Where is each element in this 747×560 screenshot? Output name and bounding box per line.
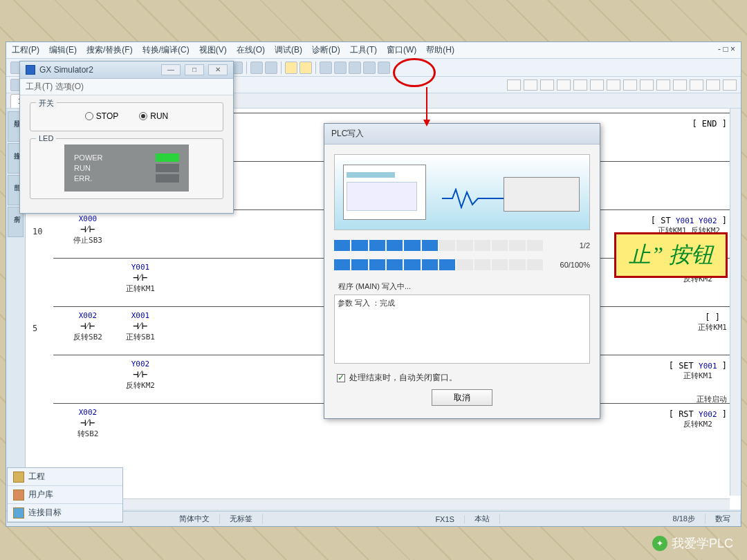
menu-online[interactable]: 在线(O) bbox=[237, 44, 265, 56]
wechat-icon: ✦ bbox=[652, 536, 667, 551]
menu-compile[interactable]: 转换/编译(C) bbox=[142, 44, 190, 56]
instruction-button[interactable] bbox=[557, 80, 571, 91]
minimize-button[interactable]: — bbox=[161, 64, 181, 75]
toolbar-button[interactable] bbox=[378, 62, 390, 74]
led-group: LED POWER RUN ERR. bbox=[30, 138, 223, 199]
cancel-button[interactable]: 取消 bbox=[432, 389, 492, 406]
status-mode: 数写 bbox=[706, 514, 741, 524]
app-icon bbox=[26, 65, 35, 75]
toolbar-button[interactable] bbox=[320, 62, 332, 74]
menu-view[interactable]: 视图(V) bbox=[199, 44, 227, 56]
instruction-button[interactable] bbox=[690, 80, 703, 91]
progress-bar-1 bbox=[334, 240, 543, 251]
instruction-button[interactable] bbox=[590, 80, 604, 91]
led-panel: POWER RUN ERR. bbox=[64, 144, 189, 192]
group-legend: 开关 bbox=[36, 98, 57, 109]
minimize-button[interactable]: - □ × bbox=[718, 44, 735, 56]
annotation-callout: 止” 按钮 bbox=[614, 232, 728, 278]
radio-label: STOP bbox=[96, 111, 118, 121]
dialog-title[interactable]: PLC写入 bbox=[324, 124, 600, 144]
menu-debug[interactable]: 调试(B) bbox=[275, 44, 302, 56]
nav-project[interactable]: 工程 bbox=[8, 468, 122, 486]
simulator-menu[interactable]: 工具(T) 选项(O) bbox=[20, 79, 233, 95]
folder-icon bbox=[13, 489, 24, 501]
menu-help[interactable]: 帮助(H) bbox=[426, 44, 454, 56]
instruction-button[interactable] bbox=[607, 80, 620, 91]
instruction-button[interactable] bbox=[640, 80, 654, 91]
connection-icon bbox=[13, 507, 24, 519]
nav-label: 用户库 bbox=[28, 489, 53, 501]
group-legend: LED bbox=[36, 134, 56, 142]
maximize-button[interactable]: □ bbox=[185, 64, 204, 75]
instruction-button[interactable] bbox=[706, 80, 720, 91]
led-label: RUN bbox=[74, 164, 91, 172]
menu-window[interactable]: 窗口(W) bbox=[387, 44, 416, 56]
plc-write-dialog: PLC写入 1/2 60/100% 程序 (MAIN) 写入中... 参数 写入… bbox=[324, 123, 600, 419]
watermark: ✦ 我爱学PLC bbox=[652, 535, 733, 552]
led-label: POWER bbox=[74, 153, 103, 162]
toolbar-button[interactable] bbox=[363, 62, 376, 74]
transfer-illustration bbox=[334, 154, 590, 230]
toolbar-button[interactable] bbox=[334, 62, 347, 74]
status-plc-type: FX1S bbox=[425, 515, 465, 523]
run-radio[interactable]: RUN bbox=[139, 111, 168, 121]
instruction-button[interactable] bbox=[507, 80, 521, 91]
menu-find[interactable]: 搜索/替换(F) bbox=[86, 44, 133, 56]
transfer-wave-icon bbox=[442, 188, 504, 209]
nav-label: 工程 bbox=[28, 471, 45, 483]
radio-label: RUN bbox=[150, 111, 168, 121]
menu-project[interactable]: 工程(P) bbox=[12, 44, 39, 56]
simulation-button[interactable] bbox=[285, 62, 297, 74]
simulator-titlebar[interactable]: GX Simulator2 — □ ✕ bbox=[20, 62, 233, 79]
toolbar-button[interactable] bbox=[250, 62, 263, 74]
close-button[interactable]: ✕ bbox=[208, 64, 228, 75]
switch-group: 开关 STOP RUN bbox=[30, 102, 223, 131]
toolbar-button[interactable] bbox=[265, 62, 277, 74]
status-station: 本站 bbox=[465, 514, 500, 524]
instruction-button[interactable] bbox=[723, 80, 737, 91]
status-steps: 8/18步 bbox=[663, 514, 706, 524]
plc-device-icon bbox=[504, 177, 580, 212]
auto-close-checkbox[interactable]: 处理结束时，自动关闭窗口。 bbox=[337, 372, 587, 384]
horizontal-scrollbar[interactable] bbox=[26, 498, 730, 510]
instruction-button[interactable] bbox=[673, 80, 687, 91]
vertical-scrollbar[interactable] bbox=[730, 109, 741, 496]
status-tag: 无标签 bbox=[220, 514, 263, 524]
nav-userlib[interactable]: 用户库 bbox=[8, 486, 122, 504]
status-language: 简体中文 bbox=[169, 514, 220, 524]
navigation-panel: 工程 用户库 连接目标 bbox=[7, 467, 123, 523]
toolbar-button[interactable] bbox=[349, 62, 361, 74]
err-led-icon bbox=[156, 174, 179, 183]
checkbox-icon bbox=[337, 374, 345, 382]
radio-icon bbox=[85, 112, 93, 120]
pc-icon bbox=[343, 165, 426, 220]
watermark-text: 我爱学PLC bbox=[672, 535, 733, 552]
menu-bar: 工程(P) 编辑(E) 搜索/替换(F) 转换/编译(C) 视图(V) 在线(O… bbox=[6, 42, 741, 59]
menu-diagnose[interactable]: 诊断(D) bbox=[312, 44, 340, 56]
instruction-button[interactable] bbox=[573, 80, 587, 91]
progress-row-2: 60/100% bbox=[334, 259, 590, 270]
write-status: 程序 (MAIN) 写入中... bbox=[334, 279, 590, 295]
nav-connection[interactable]: 连接目标 bbox=[8, 504, 122, 522]
window-title: GX Simulator2 bbox=[39, 65, 93, 75]
instruction-button[interactable] bbox=[540, 80, 554, 91]
instruction-button[interactable] bbox=[623, 80, 637, 91]
checkbox-label: 处理结束时，自动关闭窗口。 bbox=[349, 372, 457, 384]
progress-bar-2 bbox=[334, 259, 543, 270]
run-led-icon bbox=[156, 164, 179, 172]
radio-icon bbox=[139, 112, 147, 120]
menu-tools[interactable]: 工具(T) bbox=[350, 44, 377, 56]
stop-radio[interactable]: STOP bbox=[85, 111, 118, 121]
folder-icon bbox=[13, 472, 24, 483]
annotation-circle bbox=[393, 58, 436, 87]
led-label: ERR. bbox=[74, 174, 92, 183]
instruction-button[interactable] bbox=[524, 80, 537, 91]
log-output[interactable]: 参数 写入 ：完成 bbox=[334, 295, 590, 364]
progress-text-1: 1/2 bbox=[548, 241, 590, 250]
menu-edit[interactable]: 编辑(E) bbox=[49, 44, 77, 56]
simulation-button[interactable] bbox=[299, 62, 312, 74]
progress-text-2: 60/100% bbox=[548, 261, 590, 269]
annotation-arrow bbox=[426, 87, 427, 124]
instruction-button[interactable] bbox=[656, 80, 670, 91]
power-led-icon bbox=[156, 153, 179, 162]
